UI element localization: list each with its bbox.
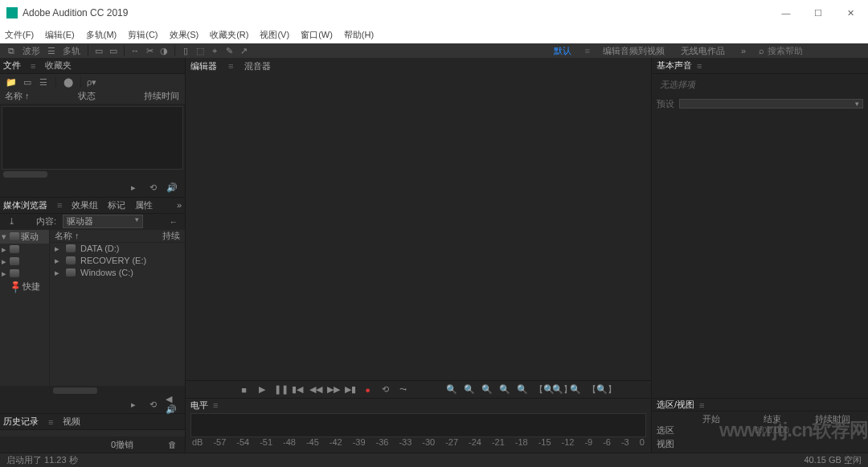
tool-button-1[interactable]: ▭ [92, 45, 105, 56]
forward-button[interactable]: ▶▶ [327, 384, 338, 395]
files-list[interactable] [2, 106, 183, 170]
workspace-more[interactable]: » [738, 46, 749, 55]
editor-area[interactable] [186, 74, 651, 380]
browser-tree[interactable]: ▾ 驱动 ▸ ▸ ▸ [0, 230, 50, 386]
essential-panel-menu-icon[interactable]: ≡ [697, 61, 702, 71]
zoom-selection-icon[interactable]: 【🔍 [534, 383, 546, 395]
new-multitrack-icon[interactable]: ☰ [37, 76, 50, 88]
tab-effects-rack[interactable]: 效果组 [72, 199, 98, 211]
tool-button-7[interactable]: ⬚ [194, 45, 207, 56]
menu-view[interactable]: 视图(V) [260, 29, 289, 41]
files-panel-menu-icon[interactable]: ≡ [31, 61, 35, 71]
menu-effects[interactable]: 效果(S) [170, 29, 199, 41]
browser-play-icon[interactable]: ▸ [127, 399, 140, 410]
menu-help[interactable]: 帮助(H) [344, 29, 374, 41]
browser-more-icon[interactable]: » [177, 200, 182, 210]
new-file-icon[interactable]: ▭ [21, 76, 34, 88]
history-list[interactable] [0, 430, 185, 436]
workspace-menu-icon[interactable]: ≡ [584, 46, 589, 55]
files-play-icon[interactable]: ▸ [127, 182, 140, 194]
tab-essential-sound[interactable]: 基本声音 [657, 59, 692, 72]
tree-drive-item[interactable]: ▸ [0, 268, 49, 280]
zoom-out-amp-icon[interactable]: 🔍 [499, 384, 510, 395]
browser-autoplay-icon[interactable]: ◀🔊 [166, 399, 178, 410]
skip-forward-button[interactable]: ▶▮ [345, 384, 356, 395]
files-col-status[interactable]: 状态 [78, 90, 96, 104]
browser-panel-menu-icon[interactable]: ≡ [57, 200, 62, 210]
tool-button-2[interactable]: ▭ [107, 45, 120, 56]
files-col-name[interactable]: 名称 ↑ [5, 90, 30, 104]
razor-tool-icon[interactable]: ✂ [143, 45, 156, 56]
zoom-selection-in-icon[interactable]: 【🔍】 [588, 383, 599, 395]
slip-tool-icon[interactable]: ◑ [158, 45, 170, 56]
tab-properties[interactable]: 属性 [135, 199, 153, 211]
multitrack-icon[interactable]: ☰ [45, 45, 58, 56]
files-autoplay-icon[interactable]: 🔊 [166, 182, 178, 194]
preset-dropdown[interactable]: ▾ [679, 99, 863, 109]
waveform-button[interactable]: 波形 [19, 45, 43, 57]
tab-video[interactable]: 视频 [63, 416, 80, 428]
zoom-in-point-icon[interactable]: 🔍】 [552, 383, 563, 395]
workspace-audio-to-video[interactable]: 编辑音频到视频 [600, 45, 668, 57]
tree-drive-item[interactable]: ▸ [0, 256, 49, 268]
browser-col-duration[interactable]: 持续 [162, 230, 180, 242]
menu-clip[interactable]: 剪辑(C) [128, 29, 158, 41]
brush-tool-icon[interactable]: ✎ [223, 45, 235, 56]
rewind-button[interactable]: ◀◀ [309, 384, 321, 395]
workspace-radio[interactable]: 无线电作品 [678, 45, 728, 57]
level-meter[interactable] [190, 413, 646, 437]
browser-col-name[interactable]: 名称 ↑ [55, 230, 80, 242]
tab-selection-view[interactable]: 选区/视图 [657, 399, 694, 411]
tab-levels[interactable]: 电平 [190, 399, 208, 412]
menu-favorites[interactable]: 收藏夹(R) [210, 29, 248, 41]
history-panel-menu-icon[interactable]: ≡ [48, 417, 53, 427]
zoom-reset-icon[interactable]: 🔍 [517, 384, 528, 395]
menu-window[interactable]: 窗口(W) [301, 29, 333, 41]
tool-button-8[interactable]: ⌖ [208, 45, 221, 56]
close-button[interactable]: ✕ [839, 8, 862, 18]
zoom-out-full-icon[interactable]: 🔍 [570, 384, 581, 395]
files-col-duration[interactable]: 持续时间 [144, 90, 179, 104]
tab-media-browser[interactable]: 媒体浏览器 [3, 199, 47, 211]
zoom-out-time-icon[interactable]: 🔍 [464, 384, 475, 395]
content-dropdown[interactable]: 驱动器▾ [63, 215, 143, 228]
list-item[interactable]: ▸ RECOVERY (E:) [50, 255, 185, 267]
tab-files[interactable]: 文件 [3, 59, 21, 72]
levels-panel-menu-icon[interactable]: ≡ [213, 400, 218, 410]
pause-button[interactable]: ❚❚ [274, 384, 285, 395]
zoom-in-time-icon[interactable]: 🔍 [446, 384, 457, 395]
skip-back-button[interactable]: ▮◀ [292, 384, 303, 395]
menu-multitrack[interactable]: 多轨(M) [86, 29, 117, 41]
browser-shortcut-icon[interactable]: ⤓ [5, 216, 18, 227]
search-input[interactable] [768, 46, 848, 55]
zoom-in-amp-icon[interactable]: 🔍 [481, 384, 493, 395]
menu-edit[interactable]: 编辑(E) [45, 29, 75, 41]
tab-favorites[interactable]: 收藏夹 [45, 59, 72, 72]
tree-drive-item[interactable]: ▸ [0, 244, 49, 256]
menu-file[interactable]: 文件(F) [5, 29, 34, 41]
multitrack-button[interactable]: 多轨 [59, 45, 84, 57]
open-file-icon[interactable]: 📁 [5, 76, 18, 88]
stop-button[interactable]: ■ [239, 385, 250, 395]
tab-mixer[interactable]: 混音器 [244, 60, 271, 72]
selection-panel-menu-icon[interactable]: ≡ [699, 400, 704, 410]
editor-panel-menu-icon[interactable]: ≡ [228, 61, 233, 71]
files-loop-icon[interactable]: ⟲ [146, 182, 159, 194]
waveform-icon[interactable]: ⧉ [5, 45, 18, 56]
record-button[interactable]: ● [362, 385, 374, 395]
list-item[interactable]: ▸ Windows (C:) [50, 267, 185, 279]
tab-markers[interactable]: 标记 [108, 199, 125, 211]
filter-icon[interactable]: ρ▾ [87, 77, 96, 88]
record-file-icon[interactable]: ⬤ [62, 76, 75, 88]
browser-loop-icon[interactable]: ⟲ [146, 399, 159, 410]
list-item[interactable]: ▸ DATA (D:) [50, 243, 185, 255]
tab-history[interactable]: 历史记录 [3, 416, 39, 428]
tree-quick[interactable]: 📌 快捷 [0, 280, 49, 293]
tool-button-10[interactable]: ↗ [237, 45, 250, 56]
trash-icon[interactable]: 🗑 [166, 439, 178, 450]
move-tool-icon[interactable]: ↔ [129, 45, 141, 56]
browser-back-icon[interactable]: ← [167, 216, 180, 227]
files-scrollbar[interactable] [3, 171, 47, 178]
workspace-default[interactable]: 默认 [551, 45, 575, 57]
minimize-button[interactable]: — [775, 8, 797, 18]
